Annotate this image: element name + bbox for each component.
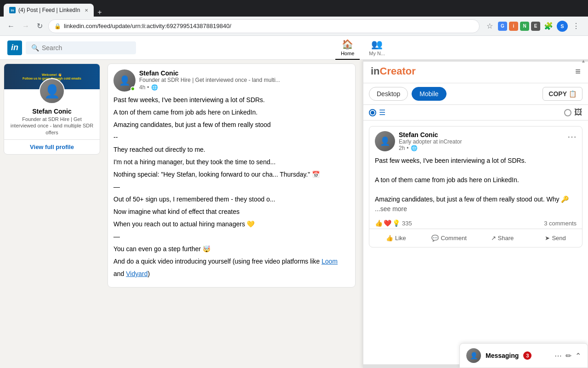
post-author-info: Stefan Conic Founder at SDR Hire | Get i… [139, 69, 350, 92]
nav-my-network-label: My N... [369, 51, 385, 56]
messaging-avatar: 👤 [466, 348, 481, 363]
format-image-option[interactable]: 🖼 [564, 108, 582, 117]
linkedin-page: in 🔍 🏠 Home 👥 My N... Welcome! 👋Follow u… [0, 36, 588, 368]
post-author-title: Founder at SDR Hire | Get interviewed on… [139, 77, 350, 83]
profile-icon[interactable]: S [557, 21, 568, 32]
preview-body-line1: Past few weeks, I've been interviewing a… [375, 156, 577, 166]
incr-menu-button[interactable]: ≡ [575, 66, 581, 77]
preview-author-name[interactable]: Stefan Conic [399, 131, 564, 138]
post-line-10: Now imagine what kind of effect that cre… [113, 207, 350, 217]
network-icon: 👥 [371, 39, 383, 50]
incr-toolbar: Desktop Mobile COPY 📋 [363, 83, 588, 105]
address-bar[interactable]: 🔒 linkedin.com/feed/update/urn:li:activi… [48, 19, 480, 33]
incr-logo-in: in [371, 65, 380, 77]
post-line-6: I'm not a hiring manager, but they took … [113, 157, 350, 167]
preview-body-line2: A ton of them came from job ads here on … [375, 175, 577, 185]
incr-panel: ▲ inCreator ≡ Desktop Mobile COPY 📋 [363, 60, 588, 368]
format-text-option[interactable]: ☰ [369, 108, 385, 117]
extensions-btn[interactable]: 🧩 [542, 20, 555, 33]
comment-button[interactable]: 💬 Comment [423, 231, 476, 245]
lock-icon: 🔒 [54, 23, 61, 29]
tab-label: (4) Post | Feed | LinkedIn [18, 7, 80, 13]
see-more-link[interactable]: ...see more [375, 205, 407, 213]
ext-icon-1[interactable]: G [498, 22, 507, 31]
forward-button[interactable]: → [20, 20, 31, 32]
radio-text [369, 109, 376, 116]
loom-link[interactable]: Loom [322, 258, 338, 265]
post-author-name[interactable]: Stefan Conic [139, 69, 350, 77]
avatar-online-indicator [130, 86, 135, 91]
extensions: G i N E [498, 22, 540, 31]
incr-format-row: ☰ 🖼 [363, 105, 588, 121]
send-icon: ➤ [545, 235, 550, 242]
back-button[interactable]: ← [6, 20, 17, 32]
feed: 👤 Stefan Conic Founder at SDR Hire | Get… [104, 60, 363, 368]
messaging-actions: ⋯ ✏ ⌃ [554, 351, 581, 360]
toolbar-icons: ☆ G i N E 🧩 S ⋮ [483, 20, 582, 33]
post-line-1: Past few weeks, I've been interviewing a… [113, 95, 350, 105]
preview-time-dot: • [407, 145, 408, 151]
nav-home[interactable]: 🏠 Home [335, 36, 360, 60]
search-icon: 🔍 [31, 44, 39, 52]
like-button[interactable]: 👍 Like [369, 231, 423, 245]
post-avatar: 👤 [113, 69, 136, 92]
linkedin-header: in 🔍 🏠 Home 👥 My N... [0, 36, 588, 60]
share-button[interactable]: ↗ Share [476, 231, 529, 245]
search-bar[interactable]: 🔍 [26, 41, 136, 54]
post-card: 👤 Stefan Conic Founder at SDR Hire | Get… [107, 63, 356, 288]
menu-button[interactable]: ⋮ [570, 20, 582, 33]
ext-icon-2[interactable]: i [509, 22, 518, 31]
ext-icon-3[interactable]: N [520, 22, 529, 31]
post-line-2: A ton of them came from job ads here on … [113, 108, 350, 117]
ext-icon-4[interactable]: E [531, 22, 540, 31]
tab-close-icon[interactable]: ✕ [85, 8, 88, 13]
profile-info: Stefan Conic Founder at SDR Hire | Get i… [4, 104, 100, 139]
preview-author-info: Stefan Conic Early adopter at inCreator … [399, 131, 564, 151]
copy-button[interactable]: COPY 📋 [543, 87, 582, 101]
dot-separator: • [147, 84, 149, 91]
post-line-9: Out of 50+ sign ups, I remembered them -… [113, 195, 350, 204]
like-icon: 👍 [386, 235, 393, 242]
post-line-5: They reached out directly to me. [113, 145, 350, 155]
post-line-12: — [113, 232, 350, 242]
share-label: Share [498, 235, 514, 242]
messaging-badge: 3 [523, 351, 531, 360]
incr-logo: inCreator [371, 65, 416, 77]
preview-actions: 👍 Like 💬 Comment ↗ Share ➤ [369, 229, 582, 247]
search-input[interactable] [42, 44, 130, 52]
nav-my-network[interactable]: 👥 My N... [363, 36, 390, 60]
messaging-compose-icon[interactable]: ✏ [565, 351, 571, 360]
messaging-chevron-icon[interactable]: ⌃ [575, 351, 581, 360]
reload-button[interactable]: ↻ [35, 20, 45, 32]
bookmark-icon[interactable]: ☆ [483, 20, 496, 33]
profile-name: Stefan Conic [10, 108, 94, 115]
text-format-icon: ☰ [379, 108, 385, 117]
preview-more-button[interactable]: ⋯ [567, 131, 577, 142]
profile-title: Founder at SDR Hire | Get interviewed on… [10, 116, 94, 136]
send-button[interactable]: ➤ Send [529, 231, 582, 245]
copy-icon: 📋 [569, 90, 577, 98]
desktop-view-button[interactable]: Desktop [369, 87, 408, 101]
post-line-15: and Vidyard) [113, 269, 350, 279]
post-line-11: When you reach out to actual hiring mana… [113, 219, 350, 229]
tab-favicon: in [9, 7, 16, 13]
nav-home-label: Home [341, 51, 354, 56]
preview-globe-icon: 🌐 [411, 145, 418, 151]
new-tab-button[interactable]: + [94, 8, 105, 17]
incr-header: inCreator ≡ [363, 60, 588, 83]
post-line-14: And do a quick video introducing yoursel… [113, 257, 350, 266]
messaging-options-icon[interactable]: ⋯ [554, 351, 562, 360]
view-profile-button[interactable]: View full profile [4, 139, 100, 154]
mobile-view-button[interactable]: Mobile [412, 87, 446, 101]
messaging-label[interactable]: Messaging [486, 352, 519, 359]
post-time: 4h [139, 84, 145, 91]
visibility-icon: 🌐 [151, 84, 158, 91]
vidyard-link[interactable]: Vidyard [126, 270, 147, 277]
linkedin-logo: in [7, 40, 22, 55]
home-icon: 🏠 [342, 39, 353, 50]
profile-card: Welcome! 👋Follow us to grow through cold… [4, 63, 100, 155]
active-tab[interactable]: in (4) Post | Feed | LinkedIn ✕ [4, 4, 94, 17]
comments-count[interactable]: 3 comments [544, 220, 577, 227]
preview-reactions: 👍 ❤️ 💡 335 3 comments [369, 218, 582, 229]
preview-body-text3: Amazing candidates, but just a few of th… [375, 196, 569, 203]
